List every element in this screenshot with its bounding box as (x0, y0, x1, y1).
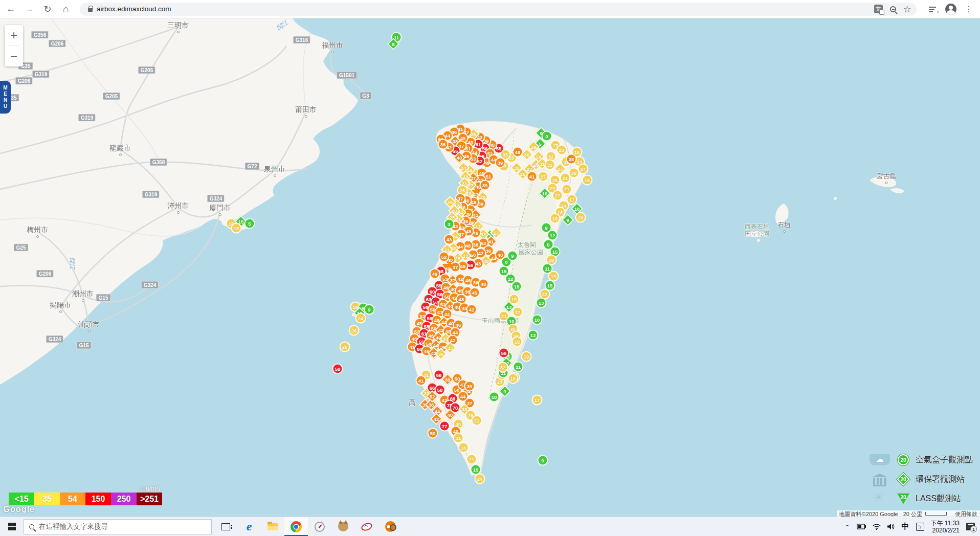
marker-value: 51 (486, 174, 492, 180)
taskbar-app-fox-app[interactable] (331, 517, 355, 536)
back-button[interactable]: ← (3, 2, 18, 17)
road-shield: G1501 (337, 72, 357, 79)
marker-value: 58 (335, 366, 341, 372)
map-zoom-control: + − (5, 25, 23, 66)
system-tray: ⌃ 中 ㄅ 下午 11:33 2020/2/21 1 (844, 517, 980, 536)
home-button[interactable]: ⌂ (58, 2, 74, 17)
marker-value: 12 (508, 276, 514, 282)
terms-link[interactable]: 使用條款 (952, 510, 980, 517)
city-label: 莆田市 (295, 105, 317, 118)
station-legend-label: LASS觀測站 (916, 494, 961, 504)
city-label: 漳州市 (167, 202, 189, 214)
taskbar-app-blender[interactable] (378, 517, 402, 536)
marker-value: 18 (234, 226, 239, 231)
pm-legend-bin: >251 (137, 493, 162, 505)
media-controls-icon[interactable] (929, 6, 937, 13)
marker-value: 26 (448, 199, 453, 205)
marker-value: 56 (501, 350, 507, 356)
marker-value: 50 (471, 252, 476, 258)
city-label: 廈門市 (209, 204, 231, 216)
marker-value: 35 (438, 351, 444, 357)
marker-value: 5 (248, 221, 251, 227)
marker-value: 30 (483, 258, 489, 264)
marker-value: 29 (552, 177, 558, 183)
marker-value: 21 (501, 314, 507, 319)
fox-app-icon (338, 522, 348, 531)
pm-legend-bin: 35 (34, 493, 60, 505)
marker-value: 19 (511, 297, 517, 302)
battery-icon[interactable] (857, 524, 866, 529)
taskbar-app-file-explorer[interactable] (261, 517, 284, 536)
menu-tab[interactable]: MENU (0, 81, 11, 114)
reload-button[interactable]: ↻ (40, 2, 55, 17)
map-zoom-out-button[interactable]: − (5, 46, 23, 66)
marker-value: 44 (460, 394, 466, 399)
sample-marker: 20 (896, 472, 910, 486)
city-label: 潮州市 (72, 289, 94, 302)
marker-value: 15 (552, 249, 558, 255)
water-label: 韓江 (68, 257, 76, 270)
ime-language-icon[interactable]: 中 (902, 522, 909, 531)
task-view-icon (221, 523, 230, 530)
marker-value: 40 (448, 412, 453, 418)
profile-avatar[interactable] (945, 4, 956, 15)
tray-clock[interactable]: 下午 11:33 2020/2/21 (931, 520, 960, 534)
marker-value: 11 (545, 266, 550, 272)
start-button[interactable] (0, 517, 24, 536)
road-shield: G324 (46, 336, 63, 343)
marker-value: 40 (457, 155, 462, 161)
marker-value: 10 (574, 206, 580, 212)
edge-icon: e (247, 520, 252, 533)
marker-value: 19 (551, 274, 556, 279)
marker-value: 70 (453, 405, 458, 411)
volume-icon[interactable] (887, 523, 895, 530)
taskbar-app-snipping-tool[interactable] (355, 517, 378, 536)
tray-chevron-icon[interactable]: ⌃ (844, 524, 850, 531)
marker-value: 3 (448, 221, 450, 227)
address-bar[interactable]: airbox.edimaxcloud.com 文 ☆ (80, 3, 917, 16)
marker-value: 15 (547, 283, 553, 288)
browser-menu-icon[interactable]: ⋮ (965, 4, 973, 14)
marker-value: 32 (500, 365, 506, 370)
marker-value: 43 (476, 261, 481, 266)
marker-value: 38 (445, 377, 451, 383)
action-center-icon[interactable]: 1 (966, 523, 975, 530)
lass-sun-icon (873, 492, 886, 505)
gauge-app-icon (315, 522, 325, 532)
marker-value: 37 (453, 264, 458, 270)
taskbar-app-gauge-app[interactable] (308, 517, 331, 536)
bookmark-star-icon[interactable]: ☆ (903, 5, 911, 14)
marker-value: 29 (578, 215, 584, 220)
marker-value: 42 (434, 416, 439, 422)
taskbar-app-edge[interactable]: e (237, 517, 261, 536)
marker-value: 32 (514, 165, 520, 171)
tray-time: 下午 11:33 (931, 520, 960, 527)
url-text[interactable]: airbox.edimaxcloud.com (97, 5, 171, 13)
windows-logo-icon (8, 523, 16, 530)
zoom-out-page-icon[interactable] (890, 6, 896, 12)
taskbar-app-chrome[interactable] (284, 517, 308, 536)
forward-button[interactable]: → (21, 2, 37, 17)
marker-value: 39 (467, 384, 473, 389)
marker-value: 61 (476, 142, 481, 147)
taskbar-app-task-view[interactable] (214, 517, 237, 536)
city-label: 梅州市 (27, 226, 48, 238)
marker-value: 0 (547, 242, 549, 248)
ime-mode-icon[interactable]: ㄅ (916, 523, 924, 531)
map-viewport[interactable]: 三明市福州市莆田市泉州市漳州市廈門市龍巖市梅州市潮州市揭陽市汕頭市高宮古島石垣太… (0, 18, 980, 517)
road-shield: G3 (360, 92, 371, 100)
marker-value: 27 (541, 174, 546, 180)
marker-value: 21 (474, 418, 480, 423)
marker-value: 31 (456, 435, 461, 441)
marker-value: 68 (436, 372, 442, 378)
translate-icon[interactable]: 文 (874, 5, 883, 13)
marker-value: 38 (473, 242, 479, 248)
marker-value: 25 (455, 256, 461, 261)
marker-value: 19 (531, 144, 537, 150)
marker-value: 13 (539, 300, 544, 306)
taskbar-search-box[interactable]: 在這裡輸入文字來搜尋 (24, 519, 212, 534)
map-zoom-in-button[interactable]: + (5, 25, 23, 46)
marker-value: 9 (368, 307, 370, 312)
marker-value: 18 (549, 257, 554, 263)
wifi-icon[interactable] (873, 524, 881, 530)
